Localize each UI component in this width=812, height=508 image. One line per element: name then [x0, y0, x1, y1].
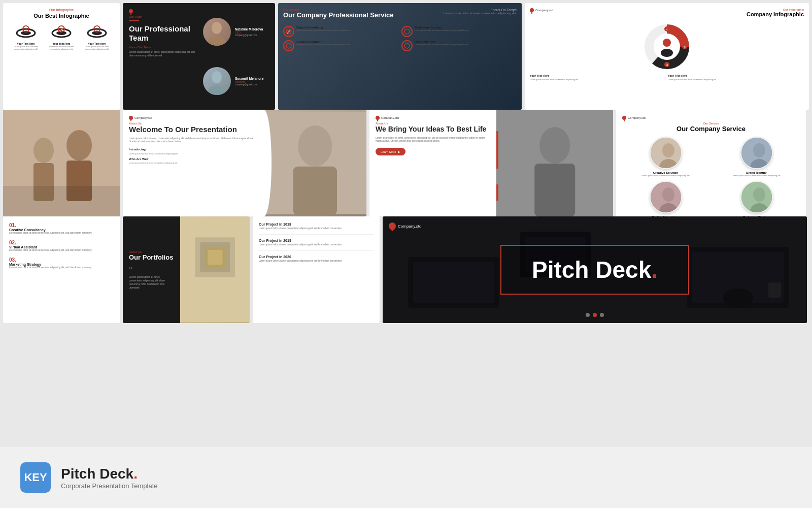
- ci-label-2: Your Text Here: [668, 74, 804, 77]
- service-header: Our Service Our Company Professional Ser…: [283, 8, 517, 23]
- svg-point-40: [298, 125, 332, 167]
- numbered-num-1: 01.: [9, 223, 114, 228]
- pitch-dot: .: [651, 257, 658, 283]
- project-year-2: Our Project in 2019: [259, 239, 374, 242]
- numbered-title-3: Marketing Strategy: [9, 263, 114, 266]
- ocs-text-1: Creative Solution Lorem ipsum dolor sit …: [641, 171, 690, 177]
- bottom-bar-subtitle: Corporate Presentation Template: [61, 482, 158, 490]
- service-item-4: Brand Identity Lorem ipsum dolor sit ame…: [401, 40, 517, 51]
- info-col-3: Your Text Here Lorem ipsum dolor sit ame…: [84, 42, 110, 50]
- team-about-text: Lorem ipsum dolor sit amet, consectetur …: [129, 50, 196, 57]
- service-content: Our Service Our Company Professional Ser…: [278, 3, 522, 56]
- ocs-person-1: [651, 138, 682, 169]
- svg-point-13: [208, 36, 226, 46]
- ci-tag-right: Our Infographic Company Infographic: [747, 8, 804, 17]
- ci-logo-pin-icon: [530, 8, 534, 12]
- dot-3: [600, 313, 604, 317]
- team-member-1-details: Nataline Malerova CEO company@gmail.com: [235, 27, 263, 37]
- learn-more-arrow-icon: ▶: [398, 150, 400, 153]
- service-text-1: Digital Advertising Lorem ipsum dolor si…: [296, 26, 351, 37]
- welcome-person-photo: [264, 110, 366, 216]
- learn-more-button[interactable]: Learn More ▶: [376, 148, 405, 155]
- svg-rect-61: [208, 250, 222, 265]
- middle-row: Company.std About Us Welcome To Our Pres…: [0, 110, 812, 216]
- portfolio-title: Our Portfolios: [129, 253, 174, 261]
- svg-point-46: [662, 143, 674, 157]
- numbered-title-2: Virtual Assistant: [9, 245, 114, 249]
- numbered-item-1: 01. Creative Consultancy Lorem ipsum dol…: [9, 223, 114, 235]
- people-silhouette: [3, 110, 120, 216]
- slide-our-company-service: Company.std Our Service Our Company Serv…: [616, 110, 806, 216]
- portfolio-staircase-svg: [180, 216, 250, 323]
- ci-logo-text: Company.std: [535, 9, 553, 12]
- portfolio-photo: [180, 216, 250, 323]
- ocs-title: Our Company Service: [622, 125, 800, 133]
- slide-welcome: Company.std About Us Welcome To Our Pres…: [123, 110, 366, 216]
- service-icon-3: [283, 40, 294, 51]
- project-desc-1: Lorem ipsum dolor sit amet consectetur a…: [259, 227, 374, 230]
- project-desc-2: Lorem ipsum dolor sit amet consectetur a…: [259, 243, 374, 246]
- pitch-title-text: Pitch Deck: [532, 257, 651, 283]
- ocs-item-2: Brand Identity Lorem ipsum dolor sit ame…: [713, 137, 800, 177]
- pitch-main-title: Pitch Deck.: [532, 256, 658, 283]
- project-item-1: Our Project in 2018 Lorem ipsum dolor si…: [259, 223, 374, 235]
- welcome-desc: Lorem ipsum dolor sit amet, consectetur …: [129, 137, 254, 144]
- service-left: Our Service Our Company Professional Ser…: [283, 8, 393, 23]
- ci-title: Company Infographic: [747, 11, 804, 17]
- team-member-1-avatar: [203, 18, 231, 46]
- bottom-bar-title: Pitch Deck: [61, 466, 133, 482]
- ideas-red-accent-bottom-icon: [496, 184, 498, 201]
- service-item-1: 🚀 Digital Advertising Lorem ipsum dolor …: [283, 26, 398, 37]
- team-member-2-details: Susanrit Melanore Designer company@gmail…: [235, 77, 263, 86]
- ci-col-2: Your Text Here Lorem ipsum dolor sit ame…: [668, 74, 804, 81]
- pagination-dots: [586, 313, 604, 317]
- slide-best-infographic: Our Infographic Our Best Infographic ✕ 🚀: [3, 3, 120, 110]
- numbered-desc-3: Lorem ipsum dolor sit amet consectetur. …: [9, 266, 114, 269]
- svg-text:✕: ✕: [24, 28, 27, 31]
- team-member-2-avatar: [203, 67, 231, 95]
- project-year-1: Our Project in 2018: [259, 223, 374, 226]
- slide-ideas: Company.std About Us We Bring Your Ideas…: [369, 110, 613, 216]
- ideas-person-photo: [496, 110, 613, 216]
- svg-text:+: +: [666, 28, 668, 31]
- info-desc-2: Lorem ipsum dolor sit amet consectetur a…: [49, 45, 74, 50]
- service-text-4: Brand Identity Lorem ipsum dolor sit ame…: [415, 40, 469, 51]
- service-text-2: Marketing Strategy Lorem ipsum dolor sit…: [415, 26, 469, 37]
- portfolio-dark-panel: About Us Our Portfolios " Lorem ipsum do…: [123, 216, 180, 323]
- ci-logo: Company.std: [530, 8, 553, 14]
- welcome-logo-pin-icon: [129, 116, 133, 120]
- service-desc-3: Lorem ipsum dolor sit amet consectetur a…: [296, 43, 351, 46]
- service-item-2: Marketing Strategy Lorem ipsum dolor sit…: [401, 26, 517, 37]
- project-year-3: Our Project in 2020: [259, 255, 374, 259]
- ocs-item-4: Marketing Strategy Lorem ipsum dolor sit…: [713, 181, 800, 216]
- welcome-who-text: Lorem ipsum dolor sit amet consectetur a…: [129, 162, 254, 164]
- ci-header: Company.std Our Infographic Company Info…: [530, 8, 804, 17]
- bottom-title-row: Pitch Deck .: [61, 466, 158, 482]
- ideas-desc: Lorem ipsum dolor sit amet, consectetur …: [376, 137, 491, 143]
- welcome-introducing-text: Lorem ipsum dolor sit amet, consectetur …: [129, 152, 254, 155]
- dot-2-active: [593, 313, 597, 317]
- slide-people-photo: [3, 110, 120, 216]
- svg-text:🚀: 🚀: [287, 29, 291, 34]
- svg-text:★: ★: [666, 64, 668, 67]
- svg-point-12: [212, 22, 222, 34]
- project-desc-3: Lorem ipsum dolor sit amet consectetur a…: [259, 260, 374, 263]
- svg-text:★: ★: [95, 28, 98, 31]
- icon-item-3: ★: [87, 23, 107, 38]
- infographic-labels: Your Text Here Lorem ipsum dolor sit ame…: [8, 42, 115, 50]
- ci-chart-area: + $ ★: [530, 21, 804, 72]
- info-col-2: Your Text Here Lorem ipsum dolor sit ame…: [49, 42, 74, 50]
- ocs-item-1: Creative Solution Lorem ipsum dolor sit …: [622, 137, 709, 177]
- bottom-bar-dot: .: [133, 466, 138, 482]
- slide-projects: Our Project in 2018 Lorem ipsum dolor si…: [253, 216, 380, 323]
- rocket-icon: 🚀: [286, 28, 292, 35]
- ocs-img-3: [650, 181, 682, 213]
- welcome-title: Welcome To Our Presentation: [129, 125, 256, 134]
- star-icon: [404, 43, 410, 49]
- team-title: Our Professional Team: [129, 24, 199, 43]
- svg-point-52: [662, 187, 674, 202]
- quote-open-icon: ": [129, 265, 174, 275]
- welcome-image-area: [264, 110, 366, 216]
- ring-icon-1: ✕: [16, 23, 36, 38]
- slide-professional-team: Our Team Our Professional Team About Our…: [123, 3, 275, 110]
